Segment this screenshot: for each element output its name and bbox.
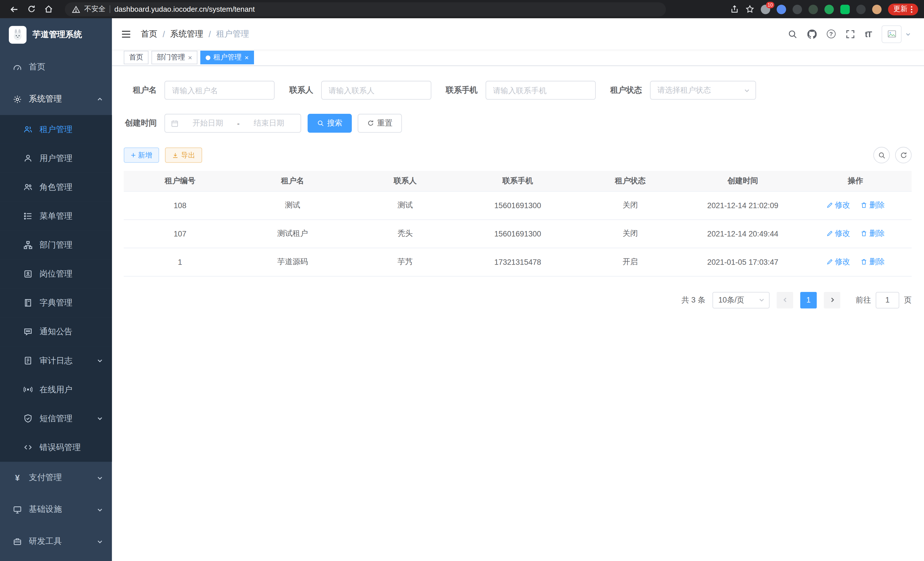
chevron-down-icon xyxy=(97,357,103,364)
goto-prefix: 前往 xyxy=(856,295,871,305)
security-label[interactable]: 不安全 xyxy=(84,4,105,14)
sidebar-item-dict[interactable]: 字典管理 xyxy=(0,289,112,317)
tab-tenant[interactable]: 租户管理 × xyxy=(200,51,254,64)
sidebar-item-menu[interactable]: 菜单管理 xyxy=(0,202,112,230)
form-label: 租户状态 xyxy=(610,85,642,96)
profile-avatar-icon[interactable] xyxy=(872,4,882,14)
sidebar-item-home[interactable]: 首页 xyxy=(0,51,112,83)
sidebar-item-online-users[interactable]: 在线用户 xyxy=(0,375,112,404)
chevron-down-icon xyxy=(97,474,103,481)
code-icon xyxy=(24,443,33,452)
refresh-table-button[interactable] xyxy=(895,147,912,164)
app-logo xyxy=(9,26,27,44)
extension-icon[interactable] xyxy=(856,4,866,14)
tab-label: 部门管理 xyxy=(157,53,185,63)
monitor-icon xyxy=(13,505,22,514)
phone-input[interactable] xyxy=(485,81,596,100)
update-button[interactable]: 更新 xyxy=(888,3,918,15)
github-icon[interactable] xyxy=(807,29,817,39)
sidebar-item-tenant[interactable]: 租户管理 xyxy=(0,115,112,144)
sidebar-item-dev-tools[interactable]: 研发工具 xyxy=(0,526,112,557)
form-label: 创建时间 xyxy=(124,118,157,129)
date-range-input[interactable]: 开始日期 - 结束日期 xyxy=(164,114,301,133)
tab-close-icon[interactable]: × xyxy=(244,54,249,61)
next-page-button[interactable] xyxy=(824,292,840,308)
delete-link[interactable]: 删除 xyxy=(861,228,885,239)
goto-page-input[interactable] xyxy=(876,292,899,308)
sidebar-item-notice[interactable]: 通知公告 xyxy=(0,317,112,346)
extension-icon[interactable] xyxy=(777,4,786,14)
page-size-value: 10条/页 xyxy=(718,295,744,305)
edit-link[interactable]: 修改 xyxy=(826,256,850,267)
extension-icon[interactable] xyxy=(793,4,802,14)
tab-close-icon[interactable]: × xyxy=(188,54,192,61)
sidebar: 芋道管理系统 首页 系统管理 xyxy=(0,18,112,561)
sidebar-item-sms[interactable]: 短信管理 xyxy=(0,404,112,433)
share-icon[interactable] xyxy=(730,5,739,14)
contact-input[interactable] xyxy=(321,81,431,100)
extension-icon[interactable] xyxy=(824,4,834,14)
browser-home-icon[interactable] xyxy=(44,5,53,14)
help-icon[interactable]: ? xyxy=(826,29,836,38)
delete-link[interactable]: 删除 xyxy=(861,256,885,267)
browser-refresh-icon[interactable] xyxy=(27,5,36,14)
tab-label: 首页 xyxy=(129,53,143,63)
sidebar-item-user[interactable]: 用户管理 xyxy=(0,144,112,173)
browser-actions: 10 更新 xyxy=(730,3,918,15)
header-search-icon[interactable] xyxy=(788,29,797,39)
sidebar-item-system[interactable]: 系统管理 xyxy=(0,83,112,115)
page-size-select[interactable]: 10条/页 xyxy=(712,292,770,308)
status-select[interactable]: 请选择租户状态 xyxy=(650,81,756,100)
back-icon[interactable] xyxy=(9,4,19,14)
tab-home[interactable]: 首页 xyxy=(124,51,148,64)
sidebar-toggle-icon[interactable] xyxy=(121,29,131,39)
bookmark-star-icon[interactable] xyxy=(746,5,754,14)
url-text[interactable]: dashboard.yudao.iocoder.cn/system/tenant xyxy=(114,5,255,14)
extension-icon[interactable]: 10 xyxy=(761,4,770,14)
user-menu[interactable] xyxy=(882,25,911,43)
extension-icon[interactable] xyxy=(840,4,850,14)
date-end-placeholder[interactable]: 结束日期 xyxy=(243,118,295,129)
address-bar[interactable]: 不安全 dashboard.yudao.iocoder.cn/system/te… xyxy=(65,2,666,16)
delete-icon xyxy=(861,258,868,265)
cell-contact: 秃头 xyxy=(349,219,461,248)
avatar[interactable] xyxy=(882,25,902,43)
search-button[interactable]: 搜索 xyxy=(308,114,352,133)
chevron-down-icon xyxy=(97,538,103,545)
export-button[interactable]: 导出 xyxy=(165,147,202,163)
date-start-placeholder[interactable]: 开始日期 xyxy=(182,118,233,129)
sidebar-item-audit-log[interactable]: 审计日志 xyxy=(0,346,112,375)
tab-dept[interactable]: 部门管理 × xyxy=(152,51,197,64)
browser-menu-icon[interactable] xyxy=(910,5,913,14)
add-button-label: 新增 xyxy=(138,150,152,160)
sidebar-item-post[interactable]: 岗位管理 xyxy=(0,260,112,289)
sidebar-item-infrastructure[interactable]: 基础设施 xyxy=(0,493,112,525)
breadcrumb-current: 租户管理 xyxy=(216,29,249,39)
prev-page-button[interactable] xyxy=(777,292,793,308)
extension-icon[interactable] xyxy=(808,4,818,14)
book-icon xyxy=(24,299,33,307)
navbar: 首页 / 系统管理 / 租户管理 ? xyxy=(112,18,924,50)
tenant-name-input[interactable] xyxy=(164,81,274,100)
font-size-icon[interactable]: tT xyxy=(865,29,872,39)
cell-contact: 芋艿 xyxy=(349,248,461,276)
toggle-search-button[interactable] xyxy=(873,147,890,164)
logo-row[interactable]: 芋道管理系统 xyxy=(0,18,112,51)
delete-icon xyxy=(861,230,868,237)
current-page-button[interactable]: 1 xyxy=(800,292,817,308)
sidebar-item-dept[interactable]: 部门管理 xyxy=(0,230,112,259)
sidebar-item-role[interactable]: 角色管理 xyxy=(0,173,112,202)
add-button[interactable]: + 新增 xyxy=(124,147,159,163)
reset-button[interactable]: 重置 xyxy=(358,114,402,133)
search-form-row-2: 创建时间 开始日期 - 结束日期 搜索 xyxy=(124,114,912,133)
sidebar-item-payment[interactable]: ¥ 支付管理 xyxy=(0,462,112,493)
sidebar-item-error-code[interactable]: 错误码管理 xyxy=(0,433,112,462)
delete-link[interactable]: 删除 xyxy=(861,200,885,211)
breadcrumb-home[interactable]: 首页 xyxy=(141,29,158,39)
edit-link[interactable]: 修改 xyxy=(826,200,850,211)
breadcrumb-system[interactable]: 系统管理 xyxy=(170,29,203,39)
fullscreen-icon[interactable] xyxy=(845,29,855,39)
edit-link[interactable]: 修改 xyxy=(826,228,850,239)
yen-icon: ¥ xyxy=(13,473,22,482)
org-tree-icon xyxy=(24,241,33,250)
